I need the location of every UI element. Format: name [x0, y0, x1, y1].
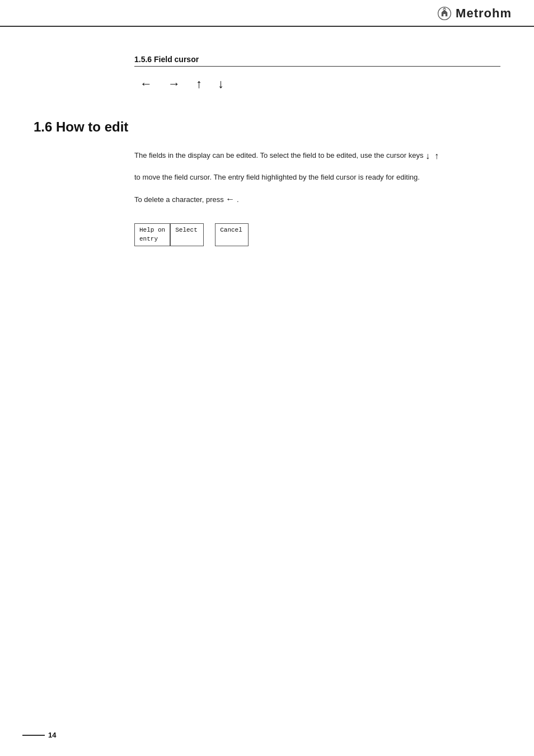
softkey-help-on-entry[interactable]: Help on entry — [134, 223, 170, 246]
down-arrow-inline: ↓ — [425, 148, 430, 163]
arrow-right: → — [168, 77, 180, 91]
field-cursor-arrows: ← → ↑ ↓ — [140, 77, 500, 91]
paragraph-1: The fields in the display can be edited.… — [134, 148, 500, 163]
page-number-line — [22, 735, 45, 736]
inline-arrows-down-up: ↓ ↑ — [425, 148, 439, 163]
paragraph-2: to move the field cursor. The entry fiel… — [134, 171, 500, 184]
section-156-title: 1.5.6 Field cursor — [134, 55, 500, 67]
main-content: 1.5.6 Field cursor ← → ↑ ↓ 1.6 How to ed… — [0, 27, 534, 280]
page-number-area: 14 — [22, 731, 56, 739]
softkey-select[interactable]: Select — [170, 223, 204, 246]
paragraph-3: To delete a character, press ← . — [134, 191, 500, 206]
arrow-up: ↑ — [196, 77, 202, 91]
softkey-select-line2 — [175, 236, 179, 242]
softkey-cancel-line2 — [220, 236, 224, 242]
page-number: 14 — [48, 731, 56, 739]
softkey-cancel-line1: Cancel — [220, 227, 242, 233]
up-arrow-inline: ↑ — [434, 148, 439, 163]
section-156: 1.5.6 Field cursor ← → ↑ ↓ — [134, 55, 500, 91]
section-16-title: 1.6 How to edit — [34, 119, 500, 135]
softkey-cancel[interactable]: Cancel — [215, 223, 249, 246]
arrow-left: ← — [140, 77, 152, 91]
logo-text: Metrohm — [456, 6, 512, 21]
softkey-help-line1: Help on — [139, 227, 165, 233]
metrohm-logo-icon — [437, 6, 452, 21]
section-16-body: The fields in the display can be edited.… — [134, 148, 500, 246]
softkey-bar: Help on entry Select Cancel — [134, 223, 500, 246]
section-16: 1.6 How to edit The fields in the displa… — [34, 119, 500, 246]
softkey-help-line2: entry — [139, 236, 158, 242]
softkey-select-line1: Select — [175, 227, 198, 233]
left-arrow-inline: ← — [226, 194, 235, 204]
softkey-gap — [204, 223, 215, 246]
arrow-down: ↓ — [218, 77, 224, 91]
header: Metrohm — [0, 0, 534, 27]
logo-area: Metrohm — [437, 6, 512, 21]
